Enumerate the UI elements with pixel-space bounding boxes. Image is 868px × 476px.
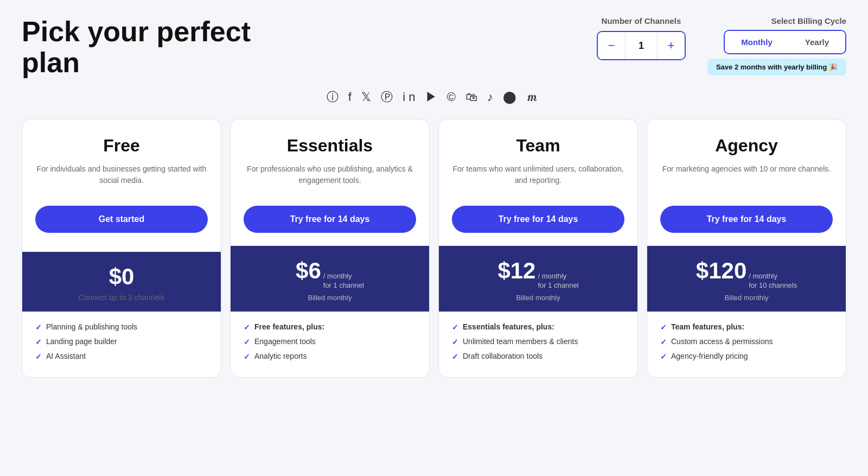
- feature-text-team-1: Unlimited team members & clients: [463, 337, 578, 346]
- header-section: Pick your perfect plan Number of Channel…: [22, 16, 846, 78]
- youtube-icon: ▶: [425, 90, 447, 104]
- twitter-icon: 𝕏: [361, 90, 374, 104]
- plan-features-essentials: ✓ Free features, plus: ✓ Engagement tool…: [231, 312, 429, 377]
- facebook-icon: f: [348, 90, 361, 104]
- price-amount-team: $12: [497, 258, 535, 284]
- linkedin-icon: in: [403, 90, 425, 104]
- feature-text-free-0: Planning & publishing tools: [46, 322, 137, 331]
- feature-text-agency-1: Custom access & permissions: [671, 337, 773, 346]
- plan-features-team: ✓ Essentials features, plus: ✓ Unlimited…: [439, 312, 637, 377]
- plan-features-free: ✓ Planning & publishing tools ✓ Landing …: [22, 312, 221, 377]
- plan-cta-essentials[interactable]: Try free for 14 days: [244, 206, 416, 233]
- plan-cta-agency[interactable]: Try free for 14 days: [660, 206, 833, 233]
- billed-info-essentials: Billed monthly: [244, 294, 416, 302]
- billing-label: Select Billing Cycle: [771, 16, 846, 26]
- feature-item-team-1: ✓ Unlimited team members & clients: [452, 337, 624, 346]
- billed-info-team: Billed monthly: [452, 294, 624, 302]
- check-icon-essentials-1: ✓: [244, 338, 250, 346]
- feature-item-essentials-2: ✓ Analytic reports: [244, 352, 416, 361]
- check-icon-free-2: ✓: [35, 352, 42, 361]
- plan-price-team: $12 / monthlyfor 1 channel: [452, 258, 624, 290]
- billed-info-agency: Billed monthly: [660, 294, 833, 302]
- feature-item-free-0: ✓ Planning & publishing tools: [35, 322, 208, 332]
- pinterest-icon: Ⓟ: [381, 90, 403, 104]
- feature-text-essentials-2: Analytic reports: [254, 352, 307, 360]
- check-icon-free-0: ✓: [35, 323, 42, 332]
- feature-text-team-2: Draft collaboration tools: [463, 352, 542, 360]
- plan-features-agency: ✓ Team features, plus: ✓ Custom access &…: [647, 312, 846, 377]
- check-icon-team-1: ✓: [452, 338, 458, 346]
- channels-stepper: − 1 +: [597, 31, 686, 60]
- plan-top-team: Team For teams who want unlimited users,…: [439, 119, 637, 246]
- feature-text-free-1: Landing page builder: [46, 337, 117, 346]
- price-detail-agency: / monthlyfor 10 channels: [749, 272, 797, 290]
- check-icon-agency-2: ✓: [660, 352, 667, 361]
- feature-item-essentials-1: ✓ Engagement tools: [244, 337, 416, 346]
- social-icons-row: ⓘ f 𝕏 Ⓟ in ▶ © 🛍 ♪ ⬤ 𝓂: [22, 89, 846, 105]
- save-badge: Save 2 months with yearly billing 🎉: [707, 59, 846, 75]
- billing-control: Select Billing Cycle Monthly Yearly Save…: [707, 16, 846, 75]
- plan-cta-free[interactable]: Get started: [35, 206, 208, 233]
- increment-button[interactable]: +: [658, 32, 685, 59]
- tiktok-icon: ♪: [487, 90, 503, 104]
- price-detail-essentials: / monthlyfor 1 channel: [323, 272, 364, 290]
- channels-note-free: Connect up to 3 channels: [35, 293, 208, 302]
- plan-pricing-free: $0 Connect up to 3 channels: [22, 252, 221, 312]
- channels-control: Number of Channels − 1 +: [597, 16, 686, 60]
- feature-text-essentials-0: Free features, plus:: [254, 322, 324, 331]
- check-icon-essentials-0: ✓: [244, 323, 250, 332]
- check-icon-agency-1: ✓: [660, 338, 667, 346]
- plan-price-agency: $120 / monthlyfor 10 channels: [660, 258, 833, 290]
- feature-item-free-1: ✓ Landing page builder: [35, 337, 208, 346]
- plan-description-free: For individuals and businesses getting s…: [35, 163, 208, 194]
- plan-price-essentials: $6 / monthlyfor 1 channel: [244, 258, 416, 290]
- decrement-button[interactable]: −: [598, 32, 625, 59]
- channels-label: Number of Channels: [602, 16, 681, 26]
- plan-description-team: For teams who want unlimited users, coll…: [452, 163, 624, 194]
- plan-name-essentials: Essentials: [244, 136, 416, 156]
- shopify-icon: 🛍: [465, 90, 487, 104]
- header-controls: Number of Channels − 1 + Select Billing …: [597, 16, 846, 75]
- feature-text-free-2: AI Assistant: [46, 352, 86, 360]
- feature-item-agency-1: ✓ Custom access & permissions: [660, 337, 833, 346]
- billing-toggle: Monthly Yearly: [724, 30, 846, 54]
- price-amount-free: $0: [109, 264, 135, 290]
- plans-grid: Free For individuals and businesses gett…: [22, 119, 846, 378]
- feature-text-agency-0: Team features, plus:: [671, 322, 744, 331]
- plan-top-free: Free For individuals and businesses gett…: [22, 119, 221, 252]
- feature-text-agency-2: Agency-friendly pricing: [671, 352, 748, 360]
- plan-cta-team[interactable]: Try free for 14 days: [452, 206, 624, 233]
- plan-description-essentials: For professionals who use publishing, an…: [244, 163, 416, 194]
- feature-item-essentials-0: ✓ Free features, plus:: [244, 322, 416, 332]
- feature-item-team-2: ✓ Draft collaboration tools: [452, 352, 624, 361]
- feature-item-agency-0: ✓ Team features, plus:: [660, 322, 833, 332]
- plan-name-team: Team: [452, 136, 624, 156]
- billing-yearly-button[interactable]: Yearly: [789, 31, 845, 53]
- billing-monthly-button[interactable]: Monthly: [725, 31, 789, 53]
- plan-card-essentials: Essentials For professionals who use pub…: [230, 119, 430, 378]
- feature-text-essentials-1: Engagement tools: [254, 337, 316, 346]
- check-icon-free-1: ✓: [35, 338, 42, 346]
- plan-card-team: Team For teams who want unlimited users,…: [438, 119, 638, 378]
- channels-value: 1: [625, 32, 658, 59]
- plan-name-agency: Agency: [660, 136, 833, 156]
- instagram-icon: ⓘ: [327, 90, 342, 104]
- buffer-icon: ⬤: [503, 90, 526, 104]
- plan-top-agency: Agency For marketing agencies with 10 or…: [647, 119, 846, 246]
- plan-top-essentials: Essentials For professionals who use pub…: [231, 119, 429, 246]
- feature-item-team-0: ✓ Essentials features, plus:: [452, 322, 624, 332]
- threads-icon: ©: [447, 90, 465, 104]
- plan-pricing-essentials: $6 / monthlyfor 1 channel Billed monthly: [231, 246, 429, 312]
- price-amount-agency: $120: [696, 258, 746, 284]
- check-icon-essentials-2: ✓: [244, 352, 250, 361]
- page-title: Pick your perfect plan: [22, 16, 293, 78]
- plan-pricing-team: $12 / monthlyfor 1 channel Billed monthl…: [439, 246, 637, 312]
- plan-price-free: $0: [35, 264, 208, 290]
- plan-pricing-agency: $120 / monthlyfor 10 channels Billed mon…: [647, 246, 846, 312]
- price-amount-essentials: $6: [296, 258, 321, 284]
- plan-name-free: Free: [35, 136, 208, 156]
- check-icon-agency-0: ✓: [660, 323, 667, 332]
- feature-item-free-2: ✓ AI Assistant: [35, 352, 208, 361]
- plan-card-agency: Agency For marketing agencies with 10 or…: [647, 119, 846, 378]
- price-detail-team: / monthlyfor 1 channel: [538, 272, 578, 290]
